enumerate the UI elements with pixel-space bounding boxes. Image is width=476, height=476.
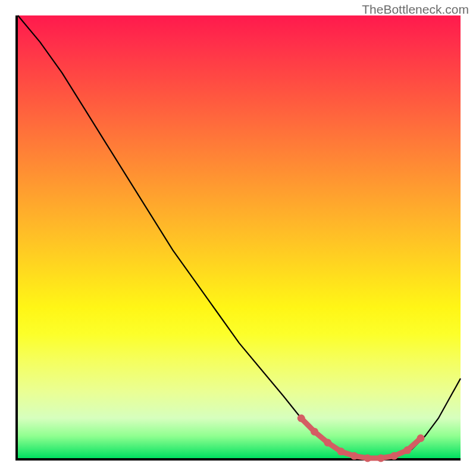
chart-frame	[15, 15, 461, 461]
highlight-segment	[301, 418, 421, 458]
watermark-text: TheBottleneck.com	[362, 2, 469, 17]
chart-svg	[18, 15, 461, 458]
highlight-dot	[403, 446, 411, 454]
highlight-dot	[298, 415, 305, 422]
highlight-dot	[324, 439, 331, 447]
highlight-dot	[377, 455, 385, 462]
highlight-dot	[390, 452, 398, 460]
curve-line	[18, 15, 461, 458]
highlight-dot	[417, 434, 425, 442]
highlight-dot	[364, 455, 371, 462]
highlight-dot	[311, 428, 318, 436]
highlight-dot	[337, 447, 345, 455]
highlight-dot	[350, 452, 358, 460]
